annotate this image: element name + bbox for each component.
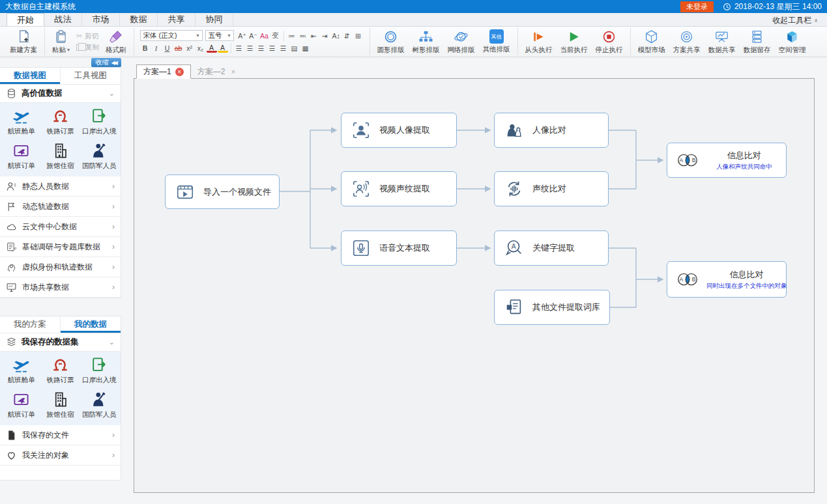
run-from-start-icon	[531, 29, 546, 44]
run-from-start-button[interactable]: 从头执行	[521, 28, 557, 55]
italic-button[interactable]: I	[151, 44, 162, 53]
close-icon[interactable]: ×	[175, 68, 184, 76]
pinyin-button[interactable]: 变	[270, 31, 281, 40]
menu-tab-tactics[interactable]: 战法	[44, 13, 82, 26]
font-family-select[interactable]: 宋体 (正文) ▾	[140, 30, 203, 41]
virtual-identity-icon	[6, 262, 17, 273]
borders-button[interactable]: ▦	[300, 44, 311, 53]
tab-my-data[interactable]: 我的数据	[61, 316, 121, 333]
category-market-shared-data[interactable]: 市场共享数据 ›	[0, 277, 121, 298]
node-info-compare-1[interactable]: 信息比对 人像和声纹共同命中	[667, 143, 787, 178]
node-face-extract[interactable]: 视频人像提取	[341, 113, 457, 148]
align-justify-button[interactable]: ☰	[267, 44, 278, 53]
high-value-data-header[interactable]: 高价值数据 ⌄	[0, 85, 121, 103]
outdent-button[interactable]: ⇤	[309, 31, 319, 40]
category-dynamic-track-data[interactable]: 动态轨迹数据 ›	[0, 197, 121, 217]
tree-layout-button[interactable]: 树形排版	[409, 28, 444, 55]
dataset-military-personnel[interactable]: 国防军人员	[80, 142, 119, 171]
align-center-button[interactable]: ☰	[245, 44, 255, 53]
network-layout-button[interactable]: 网络排版	[444, 28, 479, 55]
saved-border-entry-exit[interactable]: 口岸出入境	[80, 356, 119, 385]
category-cloud-file-data[interactable]: 云文件中心数据 ›	[0, 217, 121, 237]
node-info-compare-2[interactable]: 信息比对 同时出现在多个文件中的对象	[667, 261, 787, 298]
category-survey-thematic-data[interactable]: 基础调研与专题库数据 ›	[0, 237, 121, 257]
text-direction-button[interactable]: A↕	[331, 31, 341, 40]
format-painter-button[interactable]: 格式刷	[102, 28, 130, 55]
plan-share-button[interactable]: 方案共享	[669, 28, 704, 55]
model-market-button[interactable]: 模型市场	[634, 28, 669, 55]
category-static-person-data[interactable]: 静态人员数据 ›	[0, 176, 121, 197]
node-voiceprint-compare[interactable]: 声纹比对	[494, 171, 609, 206]
dataset-flight-order[interactable]: 航班订单	[2, 142, 41, 171]
align-left-button[interactable]: ☰	[234, 44, 244, 53]
indent-button[interactable]: ⇥	[320, 31, 330, 40]
align-right-button[interactable]: ☰	[256, 44, 267, 53]
strikethrough-button[interactable]: ab	[173, 44, 184, 53]
menu-tab-collaboration[interactable]: 协同	[196, 13, 233, 26]
speech-to-text-icon	[351, 238, 371, 258]
cut-button[interactable]: ✂ 剪切	[76, 32, 99, 41]
shading-button[interactable]: ▤	[289, 44, 300, 53]
stop-run-button[interactable]: 停止执行	[592, 28, 627, 55]
workflow-canvas[interactable]: 导入一个视频文件 视频人像提取 视频声纹提取 语音文本提取 人像比对 声纹比对 …	[134, 78, 815, 493]
saved-military-personnel[interactable]: 国防军人员	[80, 391, 119, 419]
node-doc-lexicon[interactable]: 其他文件提取词库	[494, 290, 610, 325]
bullets-button[interactable]: ≔	[287, 31, 297, 40]
saved-datasets-header[interactable]: 我保存的数据集 ⌄	[0, 333, 121, 352]
data-retention-button[interactable]: 数据留存	[740, 28, 775, 55]
copy-button[interactable]: 复制	[76, 43, 99, 52]
tab-tool-view[interactable]: 工具视图	[61, 68, 121, 84]
saved-flight-order[interactable]: 航班订单	[2, 391, 41, 419]
line-spacing-button[interactable]: ☰	[278, 44, 289, 53]
menu-tab-market[interactable]: 市场	[82, 13, 120, 26]
menu-tab-share[interactable]: 共享	[158, 13, 196, 26]
run-current-button[interactable]: 当前执行	[557, 28, 592, 55]
tab-my-plans[interactable]: 我的方案	[0, 316, 61, 333]
plan-tab-2[interactable]: 方案—2 ×	[191, 64, 244, 79]
paste-button[interactable]: 粘贴▾	[48, 28, 74, 55]
data-share-button[interactable]: 数据共享	[704, 28, 740, 55]
bold-button[interactable]: B	[140, 44, 151, 53]
close-icon[interactable]: ×	[229, 68, 237, 76]
font-color-button[interactable]: A	[207, 44, 217, 53]
dataset-border-entry-exit[interactable]: 口岸出入境	[80, 107, 119, 136]
subscript-button[interactable]: x₂	[196, 44, 206, 53]
highlight-color-button[interactable]: A	[218, 44, 228, 53]
ribbon-group-run: 从头执行 当前执行 停止执行	[518, 28, 631, 55]
superscript-button[interactable]: x²	[184, 44, 195, 53]
other-layout-button[interactable]: 其他 其他排版	[479, 28, 514, 55]
new-plan-button[interactable]: 新建方案	[6, 28, 41, 55]
node-voiceprint-extract[interactable]: 视频声纹提取	[341, 171, 457, 206]
node-keyword-extract[interactable]: 关键字提取	[494, 231, 609, 266]
underline-button[interactable]: U	[162, 44, 173, 53]
grow-font-button[interactable]: A⁺	[237, 31, 248, 40]
plan-tab-1[interactable]: 方案—1 ×	[136, 64, 191, 79]
change-case-button[interactable]: Aa	[259, 31, 270, 40]
shrink-font-button[interactable]: A⁻	[248, 31, 259, 40]
space-manage-button[interactable]: 空间管理	[775, 28, 810, 55]
my-saved-files-row[interactable]: 我保存的文件 ›	[0, 425, 121, 445]
sidebar-collapse-button[interactable]: 收缩 ◀◀	[91, 58, 121, 67]
circle-layout-button[interactable]: 圆形排版	[373, 28, 409, 55]
venn-compare-icon	[674, 152, 701, 169]
category-virtual-identity-data[interactable]: 虚拟身份和轨迹数据 ›	[0, 257, 121, 277]
node-face-compare[interactable]: 人像比对	[494, 113, 609, 148]
collapse-toolbar-button[interactable]: 收起工具栏 ∧	[772, 15, 818, 26]
my-followed-objects-row[interactable]: 我关注的对象 ›	[0, 445, 121, 466]
tab-data-view[interactable]: 数据视图	[0, 68, 61, 84]
saved-hotel-stay[interactable]: 旅馆住宿	[41, 391, 80, 419]
dataset-hotel-stay[interactable]: 旅馆住宿	[41, 142, 80, 171]
node-import-video[interactable]: 导入一个视频文件	[165, 175, 280, 209]
dataset-flight-manifest[interactable]: 航班舱单	[2, 107, 41, 136]
numbering-button[interactable]: ≕	[298, 31, 308, 40]
sort-button[interactable]: ⇵	[342, 31, 353, 40]
font-size-select[interactable]: 五号 ▾	[205, 30, 234, 41]
login-status-badge[interactable]: 未登录	[680, 1, 714, 12]
dataset-railway-ticket[interactable]: 铁路订票	[41, 107, 80, 136]
saved-railway-ticket[interactable]: 铁路订票	[41, 356, 80, 385]
menu-tab-start[interactable]: 开始	[7, 13, 44, 26]
node-speech-to-text[interactable]: 语音文本提取	[341, 231, 457, 266]
menu-tab-data[interactable]: 数据	[120, 13, 158, 26]
table-button[interactable]: ⊞	[353, 31, 364, 40]
saved-flight-manifest[interactable]: 航班舱单	[2, 356, 41, 385]
